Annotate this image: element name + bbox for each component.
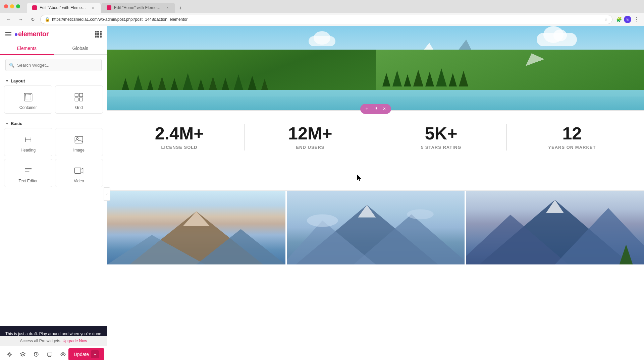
app-body: elementor Elements Globals 🔍 [0,26,644,362]
svg-point-15 [8,353,10,355]
update-caret[interactable]: ▲ [91,350,99,358]
collapse-arrow-icon: ‹ [106,192,107,196]
layers-button[interactable] [17,349,28,360]
preview-button[interactable] [58,349,68,360]
svg-rect-4 [75,98,78,101]
extensions-icon[interactable]: 🧩 [615,16,623,23]
browser-tab-about[interactable]: Edit "About" with Elementor × [27,3,101,13]
collapse-sidebar-handle[interactable]: ‹ [104,187,110,201]
widget-text-editor[interactable]: Text Editor [4,159,52,187]
browser-tab-home[interactable]: Edit "Home" with Elementor × [101,3,175,13]
star-icon[interactable]: ☆ [604,17,608,22]
card-3-mountain-svg [466,198,644,264]
canvas-inner: + ⠿ × 2.4M+ LICENSE SOLD 12M+ END USERS [107,26,644,362]
widget-grid[interactable]: Grid [55,85,103,114]
video-label: Video [74,179,84,183]
cloud-2 [537,33,577,46]
container-icon [22,91,34,103]
card-1 [107,191,287,264]
svg-rect-9 [75,136,83,143]
sidebar-tabs: Elements Globals [0,42,107,55]
hamburger-line-3 [5,36,11,36]
grid-dot [100,33,102,35]
settings-icon [7,352,12,357]
elementor-sidebar: elementor Elements Globals 🔍 [0,26,107,362]
stat-label-rating: 5 STARS RATING [383,145,500,150]
sidebar-header-left: elementor [5,30,49,38]
responsive-icon [47,352,52,357]
tab-close-home[interactable]: × [165,5,170,10]
apps-grid-icon[interactable] [95,31,102,38]
grid-widget-icon [73,91,85,103]
profile-icon[interactable]: E [624,16,631,23]
basic-section-arrow: ▼ [5,122,9,125]
refresh-button[interactable]: ↻ [28,15,38,24]
url-bar[interactable]: 🔒 https://meticsmedia1.com/wp-admin/post… [40,15,612,24]
traffic-light-maximize[interactable] [16,4,20,8]
upgrade-link[interactable]: Upgrade Now [62,339,87,343]
widget-video[interactable]: Video [55,159,103,187]
layers-icon [20,352,25,357]
hero-section [107,26,644,110]
menu-icon[interactable]: ⋮ [633,16,640,23]
history-icon [34,352,39,357]
basic-section-label: Basic [11,121,22,126]
video-icon [73,165,85,177]
traffic-light-minimize[interactable] [10,4,14,8]
grid-dot [95,36,97,37]
card-1-bg [107,191,285,264]
float-plus-button[interactable]: + [363,105,371,113]
responsive-button[interactable] [44,349,55,360]
card-3-bg [466,191,644,264]
tab-close-about[interactable]: × [91,5,95,10]
search-box[interactable]: 🔍 [5,59,102,71]
update-button[interactable]: Update ▲ [68,348,104,360]
traffic-light-close[interactable] [4,4,8,8]
svg-point-27 [407,209,434,219]
upgrade-text: Access all Pro widgets. [20,339,61,343]
stat-label-users: END USERS [252,145,369,150]
svg-rect-2 [75,93,78,97]
svg-point-26 [307,214,338,227]
widget-heading[interactable]: Heading [4,128,52,156]
basic-section-header[interactable]: ▼ Basic [0,118,107,128]
grid-dot [97,33,99,35]
image-icon [73,134,85,146]
hamburger-line-1 [5,32,11,33]
lock-icon: 🔒 [45,17,50,22]
widget-container[interactable]: Container [4,85,52,114]
tab-label-home: Edit "Home" with Elementor [114,5,162,10]
back-button[interactable]: ← [4,15,13,24]
float-grid-button[interactable]: ⠿ [372,105,380,113]
tree-group-right [382,68,468,86]
card-2-mountain-svg [287,202,465,264]
stat-label-licenses: LICENSE SOLD [121,145,238,150]
tab-elements[interactable]: Elements [0,42,54,55]
hamburger-menu[interactable] [5,31,12,38]
stat-licenses: 2.4M+ LICENSE SOLD [114,125,245,150]
widget-search-container: 🔍 [0,55,107,75]
widget-image[interactable]: Image [55,128,103,156]
search-input[interactable] [17,63,98,68]
forward-button[interactable]: → [16,15,25,24]
settings-button[interactable] [4,349,15,360]
layout-widgets-grid: Container Grid [0,85,107,118]
logo-dot [15,33,17,36]
new-tab-button[interactable]: + [176,3,185,13]
grid-dot [97,36,99,37]
history-button[interactable] [31,349,42,360]
grid-dot [100,31,102,33]
card-3 [466,191,644,264]
card-2-bg [287,191,465,264]
layout-section-header[interactable]: ▼ Layout [0,75,107,85]
cloud-1 [309,36,335,46]
stat-users: 12M+ END USERS [245,125,375,150]
text-editor-icon [22,165,34,177]
preview-icon [60,352,66,357]
basic-widgets-grid: Heading Image [0,128,107,191]
tab-globals[interactable]: Globals [54,42,107,55]
container-label: Container [19,105,37,110]
float-close-button[interactable]: × [380,105,388,113]
svg-rect-3 [79,93,83,97]
float-toolbar: + ⠿ × [360,104,391,114]
